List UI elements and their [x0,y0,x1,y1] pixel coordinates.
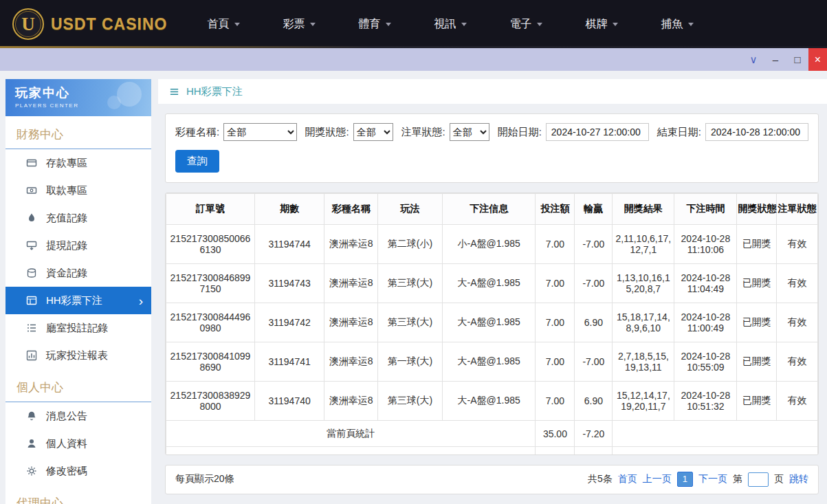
first-page-link[interactable]: 首页 [618,473,637,485]
cell-bet-time: 2024-10-28 11:10:06 [674,225,737,264]
profile-icon [26,438,37,449]
filter-panel: 彩種名稱: 全部 開獎狀態: 全部 注單狀態: 全部 開始日期: 結束日期: [165,113,819,183]
table-summary: 當前頁統計 35.00 -7.20 總統計 35.00 -7.20 [166,421,818,455]
cell-order-status: 有效 [777,342,818,382]
next-page-link[interactable]: 下一页 [698,473,727,485]
logo[interactable]: U USDT CASINO [12,8,167,40]
prev-page-link[interactable]: 上一页 [643,473,672,485]
logo-monogram: U [21,14,35,35]
draw-status-select[interactable]: 全部 [353,123,393,141]
column-header: 開獎狀態 [737,194,777,225]
breadcrumb: HH彩票下注 [158,79,827,104]
logo-text: USDT CASINO [51,15,167,34]
sidebar-item[interactable]: 資金記錄 [5,259,151,287]
column-header: 投注額 [536,194,575,225]
window-maximize-button[interactable]: □ [786,48,808,71]
bell-icon [26,410,37,421]
sidebar-item-label: 提現記錄 [46,239,87,252]
content-area: 玩家中心 PLAYERS CENTER 財務中心存款專區取款專區充值記錄提現記錄… [0,71,827,504]
sidebar-item[interactable]: 個人資料 [5,430,151,457]
window-close-button[interactable]: × [808,48,827,71]
cell-draw-result: 1,13,10,16,15,20,8,7 [613,264,674,303]
search-button[interactable]: 查詢 [175,150,219,173]
cell-order-status: 有效 [777,303,818,342]
nav-item[interactable]: 棋牌 [585,17,618,32]
sidebar-header: 玩家中心 PLAYERS CENTER [5,79,151,116]
nav-item[interactable]: 彩票 [283,17,316,32]
nav-item[interactable]: 首頁 [207,17,240,32]
cell-order-no: 2152173008468997150 [166,264,255,303]
cell-bet-info: 大-A盤@1.985 [442,342,536,382]
column-header: 訂單號 [166,194,255,225]
nav-item-label: 彩票 [283,17,305,32]
lottery-name-select[interactable]: 全部 [223,123,296,141]
column-header: 下注信息 [442,194,536,225]
chevron-down-icon [461,23,467,29]
menu-icon [169,87,179,97]
cell-play: 第三球(大) [378,264,443,303]
cell-order-no: 2152173008410998690 [166,342,255,382]
end-date-label: 結束日期: [657,126,701,139]
sidebar-item-label: 資金記錄 [46,267,87,280]
cell-bet-amount: 7.00 [536,382,575,421]
withdraw-icon [26,185,37,196]
sidebar-item[interactable]: 消息公告 [5,402,151,430]
sidebar-title: 玩家中心 [15,85,151,101]
nav-item[interactable]: 體育 [358,17,391,32]
sidebar-item[interactable]: 充值記錄 [5,204,151,232]
bets-table: 訂單號 期數 彩種名稱 玩法 下注信息 投注額 [166,193,818,455]
lottery-bet-icon [26,295,37,306]
end-date-input[interactable] [705,123,808,141]
cell-order-no: 2152173008389298000 [166,382,255,421]
table-body: 2152173008500666130 31194744 澳洲幸运8 第二球(小… [166,225,818,421]
cell-bet-info: 大-A盤@1.985 [442,264,536,303]
cell-lottery-name: 澳洲幸运8 [324,342,378,382]
sidebar-item-label: 玩家投注報表 [46,349,108,362]
chevron-down-icon [234,23,240,29]
sidebar-section-label: 個人中心 [5,369,151,402]
sidebar-item[interactable]: 取款專區 [5,177,151,204]
order-status-select[interactable]: 全部 [450,123,489,141]
cell-draw-result: 15,12,14,17,19,20,11,7 [613,382,674,421]
sidebar-item[interactable]: 存款專區 [5,149,151,177]
nav-item[interactable]: 電子 [509,17,542,32]
nav-item-label: 捕魚 [661,17,683,32]
logo-icon: U [12,8,44,40]
window-minimize-button[interactable]: – [764,48,786,71]
chevron-down-icon [613,23,618,29]
jump-button[interactable]: 跳转 [789,473,808,485]
cell-draw-status: 已開獎 [737,264,777,303]
sidebar-item[interactable]: 修改密碼 [5,457,151,485]
nav-item[interactable]: 視訊 [434,17,467,32]
cell-bet-info: 大-A盤@1.985 [442,382,536,421]
sidebar-item[interactable]: 玩家投注報表 [5,342,151,369]
summary-label: 當前頁統計 [166,421,536,447]
cell-play: 第三球(大) [378,382,443,421]
table-head: 訂單號 期數 彩種名稱 玩法 下注信息 投注額 [166,194,818,225]
window-collapse-button[interactable]: ∨ [742,48,764,71]
sidebar-item-label: 消息公告 [46,410,87,423]
main-nav: 首頁 彩票 體育 視訊 電子 [207,17,694,32]
sidebar-item[interactable]: 廳室投註記錄 [5,314,151,342]
nav-item[interactable]: 捕魚 [661,17,694,32]
funds-record-icon [26,267,37,278]
sidebar-item[interactable]: HH彩票下注› [5,287,151,314]
start-date-input[interactable] [546,123,649,141]
column-header: 玩法 [378,194,443,225]
cell-bet-time: 2024-10-28 11:04:49 [674,264,737,303]
sidebar-item[interactable]: 提現記錄 [5,232,151,259]
table-row: 2152173008444960980 31194742 澳洲幸运8 第三球(大… [166,303,818,342]
chevron-down-icon [310,23,316,29]
cell-bet-amount: 7.00 [536,264,575,303]
cell-order-status: 有效 [777,382,818,421]
table-row: 2152173008410998690 31194741 澳洲幸运8 第一球(大… [166,342,818,382]
cell-period: 31194743 [254,264,324,303]
cell-bet-time: 2024-10-28 10:55:09 [674,342,737,382]
main-panel: HH彩票下注 彩種名稱: 全部 開獎狀態: 全部 注單狀態: 全部 [158,79,827,504]
table-header-row: 訂單號 期數 彩種名稱 玩法 下注信息 投注額 [166,194,818,225]
summary-amount: 35.00 [536,447,575,455]
column-header: 開獎結果 [613,194,674,225]
page-title: HH彩票下注 [186,85,243,98]
page-jump-input[interactable] [748,472,769,487]
cell-play: 第二球(小) [378,225,443,264]
